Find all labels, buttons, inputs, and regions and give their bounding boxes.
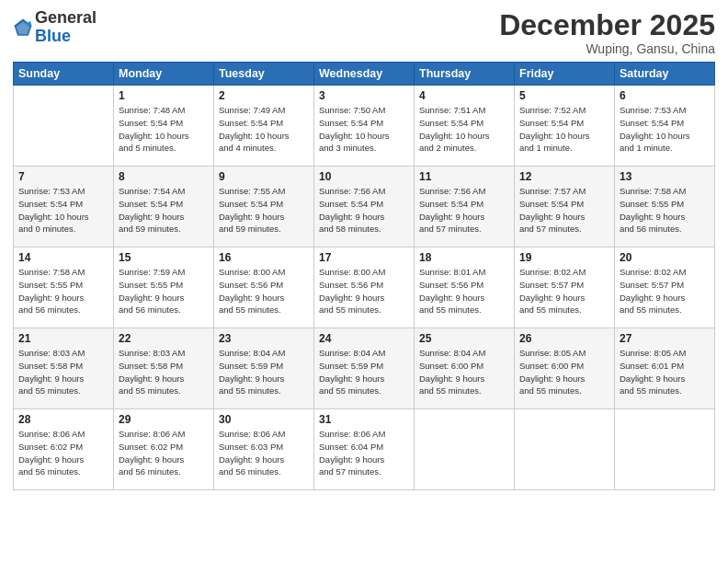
logo-blue-text: Blue [35, 27, 71, 45]
day-info: Sunrise: 8:01 AM Sunset: 5:56 PM Dayligh… [419, 266, 509, 316]
calendar-week-5: 28Sunrise: 8:06 AM Sunset: 6:02 PM Dayli… [14, 409, 715, 490]
day-header-friday: Friday [515, 63, 615, 86]
calendar-cell [615, 409, 715, 490]
day-number: 12 [519, 170, 609, 183]
day-number: 19 [519, 251, 609, 264]
calendar-cell: 11Sunrise: 7:56 AM Sunset: 5:54 PM Dayli… [415, 167, 515, 247]
calendar-cell: 8Sunrise: 7:54 AM Sunset: 5:54 PM Daylig… [114, 167, 214, 247]
calendar-cell: 23Sunrise: 8:04 AM Sunset: 5:59 PM Dayli… [214, 328, 314, 409]
day-info: Sunrise: 8:06 AM Sunset: 6:04 PM Dayligh… [319, 428, 409, 478]
calendar-cell: 22Sunrise: 8:03 AM Sunset: 5:58 PM Dayli… [114, 328, 214, 409]
location: Wuping, Gansu, China [499, 41, 715, 56]
day-info: Sunrise: 8:06 AM Sunset: 6:02 PM Dayligh… [119, 428, 209, 478]
day-info: Sunrise: 8:04 AM Sunset: 5:59 PM Dayligh… [219, 347, 309, 397]
day-number: 15 [119, 251, 209, 264]
calendar-cell: 4Sunrise: 7:51 AM Sunset: 5:54 PM Daylig… [415, 86, 515, 167]
calendar-cell: 30Sunrise: 8:06 AM Sunset: 6:03 PM Dayli… [214, 409, 314, 490]
day-info: Sunrise: 8:06 AM Sunset: 6:02 PM Dayligh… [18, 428, 108, 478]
day-info: Sunrise: 7:58 AM Sunset: 5:55 PM Dayligh… [620, 185, 710, 236]
calendar-cell: 13Sunrise: 7:58 AM Sunset: 5:55 PM Dayli… [615, 167, 715, 247]
day-number: 1 [119, 89, 209, 102]
month-title: December 2025 [499, 9, 715, 41]
calendar-cell: 29Sunrise: 8:06 AM Sunset: 6:02 PM Dayli… [114, 409, 214, 490]
day-number: 23 [219, 332, 309, 345]
day-number: 18 [419, 251, 509, 264]
day-header-monday: Monday [114, 63, 214, 86]
day-number: 28 [18, 413, 108, 426]
calendar-cell: 18Sunrise: 8:01 AM Sunset: 5:56 PM Dayli… [415, 247, 515, 328]
calendar-cell: 9Sunrise: 7:55 AM Sunset: 5:54 PM Daylig… [214, 167, 314, 247]
day-info: Sunrise: 8:04 AM Sunset: 6:00 PM Dayligh… [419, 347, 509, 397]
day-number: 9 [219, 170, 309, 183]
day-info: Sunrise: 8:05 AM Sunset: 6:00 PM Dayligh… [519, 347, 609, 397]
calendar-cell: 15Sunrise: 7:59 AM Sunset: 5:55 PM Dayli… [114, 247, 214, 328]
day-number: 7 [18, 170, 108, 183]
day-number: 17 [319, 251, 409, 264]
day-info: Sunrise: 7:53 AM Sunset: 5:54 PM Dayligh… [18, 185, 108, 236]
calendar-cell: 10Sunrise: 7:56 AM Sunset: 5:54 PM Dayli… [314, 167, 415, 247]
day-number: 11 [419, 170, 509, 183]
calendar-cell: 1Sunrise: 7:48 AM Sunset: 5:54 PM Daylig… [114, 86, 214, 167]
day-number: 29 [119, 413, 209, 426]
day-info: Sunrise: 7:48 AM Sunset: 5:54 PM Dayligh… [119, 104, 209, 155]
day-number: 21 [18, 332, 108, 345]
day-info: Sunrise: 7:50 AM Sunset: 5:54 PM Dayligh… [319, 104, 409, 155]
day-info: Sunrise: 8:03 AM Sunset: 5:58 PM Dayligh… [119, 347, 209, 397]
day-info: Sunrise: 8:02 AM Sunset: 5:57 PM Dayligh… [620, 266, 710, 316]
day-info: Sunrise: 7:56 AM Sunset: 5:54 PM Dayligh… [319, 185, 409, 236]
day-number: 4 [419, 89, 509, 102]
day-info: Sunrise: 7:54 AM Sunset: 5:54 PM Dayligh… [119, 185, 209, 236]
day-info: Sunrise: 7:53 AM Sunset: 5:54 PM Dayligh… [620, 104, 710, 155]
calendar-cell: 19Sunrise: 8:02 AM Sunset: 5:57 PM Dayli… [515, 247, 615, 328]
calendar-cell: 7Sunrise: 7:53 AM Sunset: 5:54 PM Daylig… [14, 167, 114, 247]
day-info: Sunrise: 7:57 AM Sunset: 5:54 PM Dayligh… [519, 185, 609, 236]
day-number: 20 [620, 251, 710, 264]
day-info: Sunrise: 8:06 AM Sunset: 6:03 PM Dayligh… [219, 428, 309, 478]
calendar-week-2: 7Sunrise: 7:53 AM Sunset: 5:54 PM Daylig… [14, 167, 715, 247]
calendar-cell: 14Sunrise: 7:58 AM Sunset: 5:55 PM Dayli… [14, 247, 114, 328]
calendar-cell: 3Sunrise: 7:50 AM Sunset: 5:54 PM Daylig… [314, 86, 415, 167]
day-number: 26 [519, 332, 609, 345]
calendar-cell: 21Sunrise: 8:03 AM Sunset: 5:58 PM Dayli… [14, 328, 114, 409]
calendar-cell: 20Sunrise: 8:02 AM Sunset: 5:57 PM Dayli… [615, 247, 715, 328]
day-number: 5 [519, 89, 609, 102]
calendar-cell: 2Sunrise: 7:49 AM Sunset: 5:54 PM Daylig… [214, 86, 314, 167]
day-header-tuesday: Tuesday [214, 63, 314, 86]
day-number: 10 [319, 170, 409, 183]
calendar-cell: 28Sunrise: 8:06 AM Sunset: 6:02 PM Dayli… [14, 409, 114, 490]
day-number: 30 [219, 413, 309, 426]
logo-icon [13, 17, 33, 38]
day-info: Sunrise: 7:49 AM Sunset: 5:54 PM Dayligh… [219, 104, 309, 155]
calendar-cell: 5Sunrise: 7:52 AM Sunset: 5:54 PM Daylig… [515, 86, 615, 167]
day-number: 24 [319, 332, 409, 345]
calendar-week-4: 21Sunrise: 8:03 AM Sunset: 5:58 PM Dayli… [14, 328, 715, 409]
day-info: Sunrise: 8:03 AM Sunset: 5:58 PM Dayligh… [18, 347, 108, 397]
day-number: 13 [620, 170, 710, 183]
logo-general-text: General [35, 8, 97, 27]
day-header-thursday: Thursday [415, 63, 515, 86]
calendar-cell: 17Sunrise: 8:00 AM Sunset: 5:56 PM Dayli… [314, 247, 415, 328]
title-block: December 2025 Wuping, Gansu, China [499, 9, 715, 56]
calendar-table: SundayMondayTuesdayWednesdayThursdayFrid… [13, 62, 715, 490]
day-number: 25 [419, 332, 509, 345]
day-info: Sunrise: 8:04 AM Sunset: 5:59 PM Dayligh… [319, 347, 409, 397]
calendar-week-1: 1Sunrise: 7:48 AM Sunset: 5:54 PM Daylig… [14, 86, 715, 167]
calendar-cell [415, 409, 515, 490]
day-info: Sunrise: 7:59 AM Sunset: 5:55 PM Dayligh… [119, 266, 209, 316]
day-number: 2 [219, 89, 309, 102]
calendar-cell: 24Sunrise: 8:04 AM Sunset: 5:59 PM Dayli… [314, 328, 415, 409]
day-info: Sunrise: 8:05 AM Sunset: 6:01 PM Dayligh… [620, 347, 710, 397]
day-header-sunday: Sunday [14, 63, 114, 86]
calendar-cell: 16Sunrise: 8:00 AM Sunset: 5:56 PM Dayli… [214, 247, 314, 328]
day-info: Sunrise: 8:02 AM Sunset: 5:57 PM Dayligh… [519, 266, 609, 316]
logo: General Blue [13, 9, 97, 46]
calendar-cell [515, 409, 615, 490]
calendar-cell: 25Sunrise: 8:04 AM Sunset: 6:00 PM Dayli… [415, 328, 515, 409]
day-number: 16 [219, 251, 309, 264]
calendar-cell: 12Sunrise: 7:57 AM Sunset: 5:54 PM Dayli… [515, 167, 615, 247]
day-number: 27 [620, 332, 710, 345]
day-info: Sunrise: 7:56 AM Sunset: 5:54 PM Dayligh… [419, 185, 509, 236]
day-header-saturday: Saturday [615, 63, 715, 86]
calendar-header-row: SundayMondayTuesdayWednesdayThursdayFrid… [14, 63, 715, 86]
calendar-week-3: 14Sunrise: 7:58 AM Sunset: 5:55 PM Dayli… [14, 247, 715, 328]
